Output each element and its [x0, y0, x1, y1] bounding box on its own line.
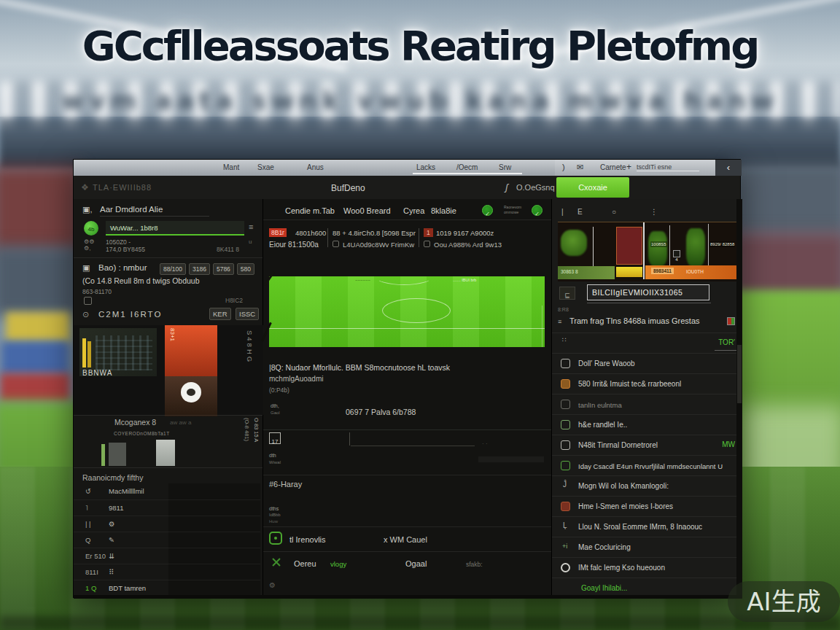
- scrollbar-track[interactable]: [736, 199, 742, 599]
- red-banner-text: 83+1: [169, 328, 176, 341]
- renew-icon[interactable]: [269, 532, 282, 545]
- checkbox-icon-red[interactable]: [561, 502, 570, 511]
- layers-icon-box[interactable]: ⊑: [559, 287, 575, 300]
- checklist-row[interactable]: N48it Tinrnal Dornetrorel MW: [552, 435, 742, 455]
- menu-item-srw[interactable]: Srw: [499, 163, 511, 171]
- checklist-row[interactable]: Ĵ Mogn Wil ol Ioa Kmanlogoli:: [552, 475, 742, 496]
- checkbox-icon[interactable]: [561, 400, 570, 409]
- menu-item-sxae[interactable]: Sxae: [257, 163, 274, 171]
- list-item[interactable]: Er 510 ⇊: [74, 548, 260, 564]
- close-x-icon[interactable]: [271, 556, 282, 568]
- stats-tab-1[interactable]: 88/100: [160, 263, 186, 275]
- stats-box-ker[interactable]: KER: [209, 308, 231, 320]
- filter3-checkbox[interactable]: [424, 241, 430, 247]
- checkbox-icon-orange[interactable]: [561, 379, 570, 389]
- menu-item-mant[interactable]: Mant: [223, 163, 239, 171]
- checklist-row[interactable]: Hme I-Smen el moies I-bores: [552, 496, 742, 516]
- tab-cyrea[interactable]: Cyrea: [403, 206, 424, 215]
- list-item[interactable]: 1 Q BDT tamren: [74, 580, 260, 596]
- input-note: 8:R8: [558, 307, 569, 312]
- list-item[interactable]: Q ✎: [74, 532, 260, 548]
- footer2-link[interactable]: vlogy: [330, 560, 346, 568]
- field-side-line: [542, 306, 542, 347]
- tool-e-icon[interactable]: E: [578, 208, 583, 216]
- calendar-icon[interactable]: 17: [269, 432, 281, 444]
- list-item[interactable]: 811I ⠿: [74, 564, 260, 580]
- stats-tab-3[interactable]: 5786: [213, 263, 234, 275]
- checklist-row[interactable]: h&e randlel Ie..: [552, 414, 742, 435]
- account-label[interactable]: Carnete: [600, 163, 626, 171]
- filter2-checkbox[interactable]: [332, 241, 339, 247]
- checklist-row[interactable]: +i Mae Cocluricing: [552, 537, 742, 557]
- check-circle-icon-1[interactable]: ✓: [482, 205, 493, 216]
- tool-circle-icon[interactable]: ○: [612, 208, 616, 216]
- plus-i-icon: +i: [562, 542, 567, 550]
- menu-item-lacks[interactable]: Lacks: [416, 163, 435, 171]
- stats-tab-2[interactable]: 3186: [189, 263, 210, 275]
- row-link-label[interactable]: Goayl Ihilabi...: [581, 584, 627, 592]
- checkbox-icon-green[interactable]: [561, 461, 570, 470]
- profile-menu-icon[interactable]: ≡: [249, 222, 253, 231]
- checklist-header: Tram frag Tlns 8468a imuas Grestas: [569, 316, 700, 325]
- mail-icon[interactable]: ✉: [577, 163, 583, 172]
- red-banner[interactable]: 83+1: [165, 325, 217, 376]
- stats-box-issc[interactable]: ISSC: [236, 308, 259, 320]
- tab-8kla8ie[interactable]: 8kla8ie: [431, 206, 456, 215]
- tab-cendie[interactable]: Cendie m.Tab: [285, 206, 335, 215]
- circle-checkbox-icon[interactable]: [561, 563, 570, 572]
- img-orange-bar: 8983411 IOU0TH: [645, 265, 736, 279]
- primary-action-button[interactable]: Cxoxaie: [556, 177, 629, 198]
- checkbox-icon[interactable]: [561, 440, 570, 450]
- reference-input[interactable]: BILCIIgIEVMIOIIX31065: [587, 284, 709, 300]
- notification-icon[interactable]: ): [562, 163, 565, 171]
- checklist-row[interactable]: Ļ Llou N. Sroal Eomme IMrm, 8 Inaoouc: [552, 516, 742, 537]
- tool-kebab-icon[interactable]: ⋮: [650, 208, 658, 216]
- checkbox-icon[interactable]: [561, 359, 570, 368]
- checklist-row[interactable]: ∷ TOR′: [552, 332, 742, 353]
- profile-header-underline: [100, 216, 209, 217]
- list-item[interactable]: ↺ MacMillllmil: [74, 483, 260, 499]
- preview-image[interactable]: 30863 8 1008S5 4 8929/ 82858 8983411 IOU…: [558, 222, 736, 281]
- back-button[interactable]: ‹: [715, 160, 742, 176]
- menu-item-oecm[interactable]: /Oecm: [456, 163, 478, 171]
- tab-woo-breard[interactable]: Woo0 Breard: [343, 206, 391, 215]
- soccer-field[interactable]: ~~~~~~ ....... IBUI brb: [269, 276, 545, 347]
- checklist-row[interactable]: Iday Csacdl E4un Rrvurfjlilal mmdsecunla…: [552, 455, 742, 475]
- bottom-gear-icon[interactable]: ⚙: [269, 581, 276, 589]
- checklist-row[interactable]: Doll′ Rare Waoob: [552, 353, 742, 373]
- annotation-dots: · ·: [482, 440, 488, 447]
- header-flag-icon[interactable]: [727, 317, 735, 325]
- center-divider-2: [263, 429, 551, 430]
- row-label: Mogn Wil ol Ioa Kmanlogoli:: [578, 482, 669, 490]
- checklist-row[interactable]: tanlIn eulntma: [552, 394, 742, 414]
- tool-pipe-icon[interactable]: |: [561, 208, 564, 216]
- bg-flag-blue: [1, 341, 69, 375]
- footer1-left-label[interactable]: tl Irenovlis: [289, 535, 326, 544]
- search-input[interactable]: tscdITi esne: [637, 163, 699, 171]
- field-description-2: mchmlgAuoadmi: [269, 375, 323, 383]
- checkbox-icon-green[interactable]: [561, 420, 570, 429]
- record-circle-icon[interactable]: [181, 382, 201, 402]
- scrollbar-thumb[interactable]: [737, 345, 742, 403]
- footer2-label-c[interactable]: Ogaal: [405, 559, 427, 568]
- plus-icon[interactable]: +: [626, 162, 631, 172]
- checklist-row[interactable]: 580 Irrit& Imuist tec& rrarbeeonl: [552, 373, 742, 394]
- filter3-value: 1019 9167 A9000z: [436, 229, 494, 237]
- list-item[interactable]: | | ⚙: [74, 516, 260, 532]
- list-item[interactable]: ˥ 9811: [74, 499, 260, 516]
- img-green-strip-text: 30863 8: [561, 269, 578, 274]
- img-overlay-text-1: 1008S5: [650, 241, 667, 247]
- list-item-icon: ˥: [85, 504, 88, 512]
- menu-item-anus[interactable]: Anus: [307, 163, 324, 171]
- row-label: Iday Csacdl E4un Rrvurfjlilal mmdsecunla…: [578, 462, 723, 470]
- checklist-row[interactable]: IMt falc Iemg Kso hueouon: [552, 557, 742, 578]
- profile-field[interactable]: WuWar... 1b8r8: [106, 221, 244, 236]
- stats-tab-4[interactable]: 580: [237, 263, 254, 275]
- meta-icon-1-line1: dth,: [271, 403, 279, 408]
- filter-divider-2: [419, 228, 419, 247]
- profile-right-value: 8K411 8: [217, 246, 239, 253]
- check-circle-icon-2[interactable]: ✓: [532, 205, 542, 216]
- row-right-underline: [715, 350, 736, 351]
- stats-checkbox[interactable]: [84, 297, 92, 305]
- footer2-label-a[interactable]: Oereu: [294, 559, 316, 568]
